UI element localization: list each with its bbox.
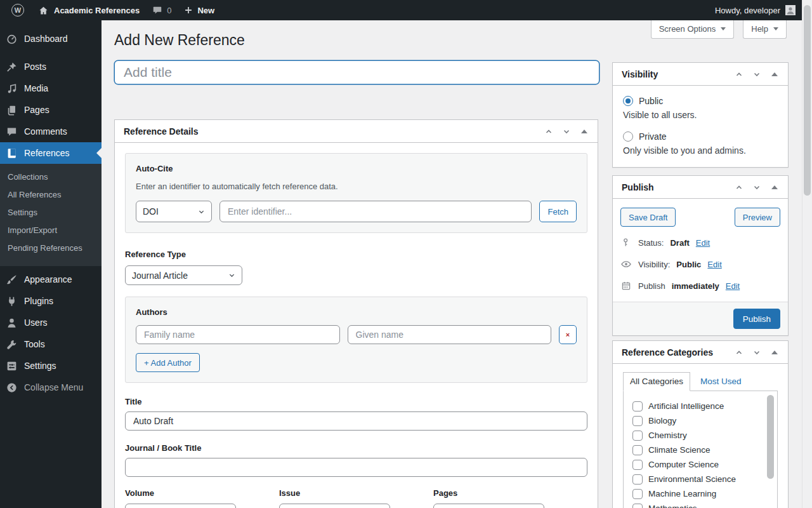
- add-author-button[interactable]: + Add Author: [136, 353, 200, 372]
- submenu-item-import-export[interactable]: Import/Export: [0, 222, 102, 239]
- move-down-icon[interactable]: [750, 180, 764, 194]
- move-down-icon[interactable]: [560, 124, 573, 138]
- category-checkbox[interactable]: [632, 489, 643, 499]
- wordpress-menu-button[interactable]: W: [5, 0, 30, 20]
- sidebar-item-media[interactable]: Media: [0, 77, 102, 99]
- category-list-scrollbar[interactable]: [767, 395, 774, 479]
- page-scrollbar-thumb[interactable]: [804, 5, 811, 196]
- fetch-button[interactable]: Fetch: [539, 201, 577, 222]
- save-draft-button[interactable]: Save Draft: [620, 208, 676, 227]
- sidebar-item-appearance[interactable]: Appearance: [0, 269, 102, 290]
- category-label: Chemistry: [648, 431, 687, 440]
- publish-button[interactable]: Publish: [733, 309, 780, 329]
- title-field-input[interactable]: [125, 411, 587, 431]
- book-icon: [5, 147, 18, 159]
- new-content-button[interactable]: New: [178, 0, 221, 20]
- sidebar-item-plugins[interactable]: Plugins: [0, 290, 102, 312]
- category-checkbox[interactable]: [632, 474, 643, 485]
- sidebar-item-label: Users: [24, 318, 48, 328]
- sidebar-item-settings[interactable]: Settings: [0, 355, 102, 377]
- sidebar-item-users[interactable]: Users: [0, 312, 102, 333]
- help-label: Help: [751, 24, 768, 34]
- submenu-item-pending-references[interactable]: Pending References: [0, 239, 102, 257]
- visibility-row: Visibility: Public Edit: [620, 258, 780, 270]
- submenu-item-settings[interactable]: Settings: [0, 204, 102, 222]
- new-label: New: [197, 6, 214, 15]
- volume-field-label: Volume: [125, 488, 279, 498]
- category-item[interactable]: Climate Science: [632, 443, 761, 457]
- pages-field-input[interactable]: [433, 504, 544, 508]
- move-up-icon[interactable]: [542, 124, 556, 138]
- visibility-public-option[interactable]: Public: [623, 96, 778, 106]
- toggle-panel-icon[interactable]: [768, 67, 782, 81]
- sidebar-item-pages[interactable]: Pages: [0, 99, 102, 121]
- move-up-icon[interactable]: [732, 180, 746, 194]
- category-checkbox[interactable]: [632, 504, 643, 508]
- page-scrollbar-track[interactable]: [802, 0, 812, 508]
- reference-details-metabox: Reference Details Auto-Cite Enter an ide…: [114, 119, 598, 508]
- issue-field-input[interactable]: [279, 504, 390, 508]
- edit-visibility-link[interactable]: Edit: [707, 260, 721, 269]
- author-given-name-input[interactable]: [348, 325, 552, 344]
- radio-private[interactable]: [623, 131, 633, 142]
- category-item[interactable]: Biology: [632, 413, 761, 428]
- category-item[interactable]: Mathematics: [632, 501, 761, 508]
- radio-public[interactable]: [623, 96, 633, 106]
- tab-most-used[interactable]: Most Used: [700, 377, 742, 386]
- tab-all-categories[interactable]: All Categories: [623, 372, 690, 391]
- category-item[interactable]: Environmental Science: [632, 472, 761, 486]
- move-down-icon[interactable]: [750, 67, 764, 81]
- post-title-input[interactable]: [114, 60, 599, 84]
- author-family-name-input[interactable]: [136, 325, 340, 344]
- category-checkbox[interactable]: [632, 416, 643, 426]
- sidebar-item-references[interactable]: References: [0, 142, 102, 164]
- category-checkbox[interactable]: [632, 401, 643, 411]
- toggle-panel-icon[interactable]: [768, 180, 782, 194]
- public-option-label[interactable]: Public: [639, 96, 663, 106]
- submenu-item-collections[interactable]: Collections: [0, 168, 102, 186]
- identifier-input[interactable]: [219, 201, 532, 222]
- preview-button[interactable]: Preview: [735, 208, 780, 227]
- edit-status-link[interactable]: Edit: [696, 238, 710, 248]
- visibility-private-option[interactable]: Private: [623, 131, 778, 142]
- collapse-menu-button[interactable]: Collapse Menu: [0, 377, 102, 398]
- edit-publish-date-link[interactable]: Edit: [726, 281, 740, 291]
- pages-field-label: Pages: [433, 488, 587, 498]
- submenu-item-all-references[interactable]: All References: [0, 186, 102, 204]
- sidebar-item-posts[interactable]: Posts: [0, 56, 102, 77]
- reference-type-select[interactable]: Journal Article: [125, 265, 242, 285]
- category-item[interactable]: Chemistry: [632, 428, 761, 443]
- volume-field-input[interactable]: [125, 504, 236, 508]
- category-checkbox[interactable]: [632, 431, 643, 441]
- account-menu[interactable]: Howdy, developer: [715, 0, 812, 20]
- move-up-icon[interactable]: [732, 345, 746, 359]
- toggle-panel-icon[interactable]: [577, 124, 591, 138]
- comments-admin-link[interactable]: 0: [146, 0, 178, 20]
- sidebar-item-dashboard[interactable]: Dashboard: [0, 28, 102, 50]
- collapse-menu-label: Collapse Menu: [24, 382, 83, 392]
- sidebar-item-tools[interactable]: Tools: [0, 333, 102, 355]
- comments-icon: [5, 125, 18, 138]
- metabox-title: Reference Categories: [622, 347, 713, 358]
- pushpin-icon: [5, 60, 18, 73]
- identifier-type-select[interactable]: DOI: [136, 201, 212, 222]
- category-item[interactable]: Artificial Intelligence: [632, 399, 761, 413]
- sidebar-item-comments[interactable]: Comments: [0, 121, 102, 142]
- screen-options-tab[interactable]: Screen Options: [651, 20, 735, 39]
- help-tab[interactable]: Help: [743, 20, 787, 39]
- site-home-link[interactable]: Academic References: [30, 0, 146, 20]
- journal-field-input[interactable]: [125, 458, 587, 477]
- toggle-panel-icon[interactable]: [768, 345, 782, 359]
- remove-author-button[interactable]: ×: [559, 325, 577, 344]
- move-up-icon[interactable]: [732, 67, 746, 81]
- comment-bubble-icon: [152, 5, 162, 15]
- category-item[interactable]: Machine Learning: [632, 486, 761, 501]
- category-checkbox[interactable]: [632, 460, 643, 470]
- public-option-description: Visible to all users.: [623, 110, 778, 120]
- issue-field-label: Issue: [279, 488, 433, 498]
- move-down-icon[interactable]: [750, 345, 764, 359]
- category-checkbox[interactable]: [632, 445, 643, 455]
- chevron-down-icon: [228, 272, 235, 279]
- category-item[interactable]: Computer Science: [632, 457, 761, 472]
- private-option-label[interactable]: Private: [639, 131, 667, 142]
